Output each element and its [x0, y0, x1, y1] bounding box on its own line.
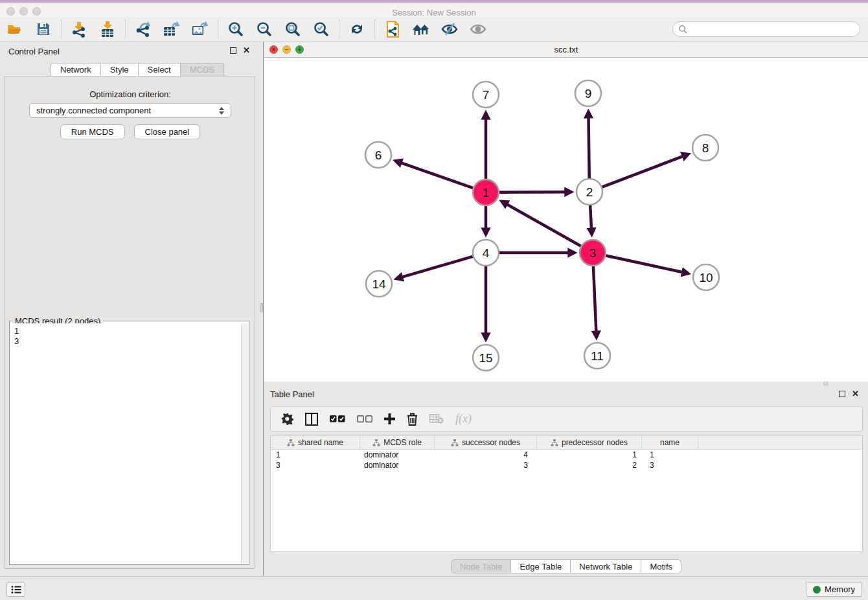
graph-node-label: 7 — [483, 88, 490, 102]
show-details-button[interactable] — [468, 20, 488, 38]
table-row[interactable]: 1 dominator 4 1 1 — [271, 450, 862, 460]
memory-status-icon — [813, 586, 821, 594]
tab-motifs[interactable]: Motifs — [641, 559, 681, 573]
cell-shared-name[interactable]: 3 — [271, 461, 360, 470]
open-session-button[interactable] — [5, 20, 25, 38]
zoom-in-button[interactable] — [226, 20, 246, 38]
tab-network-table[interactable]: Network Table — [571, 559, 641, 573]
first-neighbors-button[interactable] — [383, 20, 402, 38]
plus-icon — [384, 413, 395, 424]
mcds-panel-content: Optimization criterion: strongly connect… — [4, 76, 255, 569]
cell-successor-nodes[interactable]: 3 — [435, 461, 537, 470]
search-field[interactable] — [672, 21, 860, 37]
graph-node-label: 9 — [585, 87, 592, 100]
cell-predecessor-nodes[interactable]: 2 — [537, 461, 642, 470]
cell-name[interactable]: 1 — [642, 450, 698, 459]
export-network-button[interactable] — [133, 20, 153, 38]
zoom-selected-button[interactable] — [312, 20, 331, 38]
mcds-result-textarea[interactable]: 1 3 — [10, 323, 241, 564]
tab-edge-table[interactable]: Edge Table — [511, 559, 571, 573]
toolbar-separator — [374, 19, 375, 39]
tab-network[interactable]: Network — [51, 63, 101, 76]
import-table-button[interactable] — [98, 20, 117, 38]
task-history-button[interactable] — [6, 582, 25, 597]
window-title: Session: New Session — [0, 8, 868, 17]
right-column: × − + scc.txt 1234678910111415 Table Pan… — [264, 42, 868, 576]
hide-details-button[interactable] — [440, 20, 459, 38]
import-network-button[interactable] — [69, 20, 89, 38]
network-view-window: × − + scc.txt 1234678910111415 — [264, 42, 868, 382]
export-table-button[interactable] — [162, 20, 181, 38]
table-toolbar: f(x) — [270, 406, 863, 432]
toggle-panel-layout-button[interactable] — [305, 413, 318, 426]
tab-select[interactable]: Select — [139, 63, 181, 76]
zoom-fit-button[interactable] — [283, 20, 303, 38]
result-scrollbar[interactable] — [241, 323, 248, 564]
table-settings-button[interactable] — [281, 413, 293, 425]
cell-name[interactable]: 3 — [642, 461, 698, 470]
close-panel-icon[interactable]: ✕ — [852, 391, 859, 397]
cell-shared-name[interactable]: 1 — [271, 450, 360, 459]
search-icon — [678, 25, 687, 34]
network-graph[interactable]: 1234678910111415 — [264, 58, 868, 382]
graph-edge-3-1[interactable] — [501, 202, 580, 246]
graph-edge-1-2[interactable] — [499, 192, 571, 192]
table-header-row: shared name MCDS role successor nodes pr… — [271, 436, 862, 450]
float-panel-icon[interactable] — [839, 391, 845, 397]
graph-node-label: 2 — [586, 185, 593, 199]
criterion-select[interactable]: strongly connected component — [29, 103, 231, 118]
table-panel: Table Panel ✕ — [264, 386, 868, 576]
column-header-name[interactable]: name — [642, 436, 698, 449]
criterion-selected-value: strongly connected component — [36, 106, 151, 115]
splitter-handle[interactable] — [260, 303, 263, 312]
graph-edge-2-8[interactable] — [602, 154, 689, 187]
tab-mcds[interactable]: MCDS — [181, 63, 224, 76]
graph-edge-3-10[interactable] — [606, 255, 689, 273]
cell-successor-nodes[interactable]: 4 — [435, 450, 537, 459]
cell-predecessor-nodes[interactable]: 1 — [537, 450, 642, 459]
eye-slash-icon — [440, 22, 459, 36]
search-input[interactable] — [687, 23, 860, 35]
graph-node-label: 10 — [699, 271, 713, 284]
graph-edge-4-14[interactable] — [396, 257, 473, 279]
delete-table-button[interactable] — [429, 414, 444, 424]
network-canvas[interactable]: 1234678910111415 — [264, 58, 868, 382]
cell-mcds-role[interactable]: dominator — [360, 450, 435, 459]
column-header-mcds-role[interactable]: MCDS role — [360, 436, 435, 449]
column-header-shared-name[interactable]: shared name — [271, 436, 360, 449]
graph-edge-2-3[interactable] — [590, 205, 591, 235]
graph-edge-1-6[interactable] — [395, 161, 473, 188]
table-row[interactable]: 3 dominator 3 2 3 — [271, 460, 862, 470]
unselect-all-columns-button[interactable] — [357, 415, 372, 422]
tab-style[interactable]: Style — [101, 63, 139, 76]
toolbar-separator — [125, 19, 126, 39]
save-session-button[interactable] — [34, 20, 53, 38]
column-header-predecessor-nodes[interactable]: predecessor nodes — [537, 436, 642, 449]
vertical-splitter[interactable] — [259, 42, 264, 576]
run-mcds-button[interactable]: Run MCDS — [60, 124, 125, 139]
delete-columns-button[interactable] — [407, 413, 418, 426]
gear-icon — [281, 413, 293, 425]
select-all-columns-button[interactable] — [330, 415, 345, 422]
eye-icon — [469, 22, 487, 36]
apply-layout-button[interactable] — [347, 20, 367, 38]
memory-button[interactable]: Memory — [806, 582, 862, 597]
float-panel-icon[interactable] — [230, 47, 236, 54]
create-column-button[interactable] — [384, 413, 395, 424]
show-hide-panels-button[interactable] — [411, 20, 431, 38]
zoom-out-button[interactable] — [255, 20, 274, 38]
cell-mcds-role[interactable]: dominator — [360, 461, 435, 470]
graph-edge-3-11[interactable] — [593, 266, 597, 338]
graph-edge-2-9[interactable] — [588, 111, 589, 178]
function-builder-button[interactable]: f(x) — [455, 412, 472, 426]
magnifier-fit-icon — [284, 21, 301, 38]
list-icon — [11, 585, 21, 594]
export-image-button[interactable] — [190, 20, 210, 38]
close-panel-button[interactable]: Close panel — [134, 124, 201, 139]
memory-label: Memory — [825, 584, 855, 594]
tab-node-table[interactable]: Node Table — [451, 559, 512, 573]
column-header-successor-nodes[interactable]: successor nodes — [435, 436, 537, 449]
network-window-titlebar[interactable]: × − + scc.txt — [264, 42, 868, 58]
status-bar: Memory — [0, 576, 868, 600]
close-panel-icon[interactable]: ✕ — [243, 47, 250, 54]
